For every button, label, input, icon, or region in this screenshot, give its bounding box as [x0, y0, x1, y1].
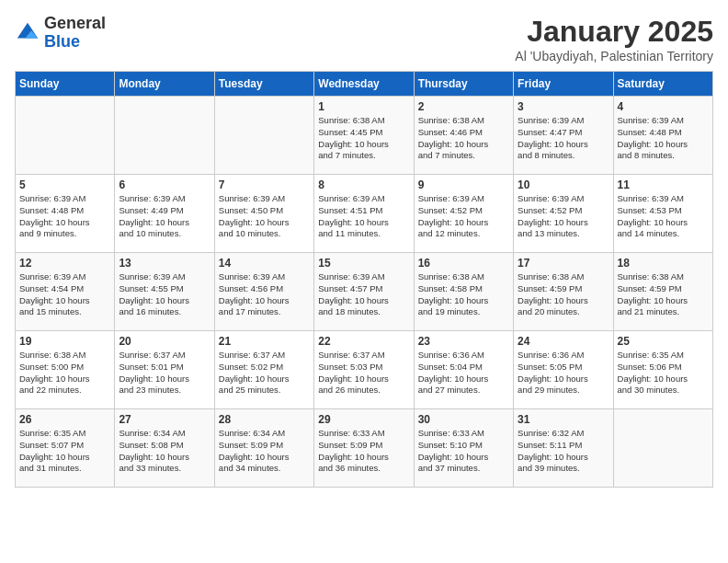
day-number: 28 [219, 413, 310, 426]
calendar-cell: 3Sunrise: 6:39 AM Sunset: 4:47 PM Daylig… [514, 97, 613, 175]
day-info: Sunrise: 6:39 AM Sunset: 4:51 PM Dayligh… [318, 193, 409, 240]
calendar-cell: 10Sunrise: 6:39 AM Sunset: 4:52 PM Dayli… [514, 175, 613, 253]
day-info: Sunrise: 6:39 AM Sunset: 4:56 PM Dayligh… [219, 271, 310, 318]
calendar-cell: 29Sunrise: 6:33 AM Sunset: 5:09 PM Dayli… [314, 409, 414, 488]
day-number: 11 [618, 178, 709, 191]
day-info: Sunrise: 6:32 AM Sunset: 5:11 PM Dayligh… [518, 428, 609, 475]
day-number: 5 [19, 178, 110, 191]
day-info: Sunrise: 6:34 AM Sunset: 5:08 PM Dayligh… [119, 428, 210, 475]
calendar-cell [16, 97, 115, 175]
day-info: Sunrise: 6:37 AM Sunset: 5:01 PM Dayligh… [119, 350, 210, 396]
day-number: 10 [518, 178, 609, 191]
day-info: Sunrise: 6:35 AM Sunset: 5:07 PM Dayligh… [19, 428, 110, 475]
calendar-title: January 2025 [515, 15, 713, 49]
day-number: 3 [518, 100, 609, 113]
day-info: Sunrise: 6:38 AM Sunset: 4:45 PM Dayligh… [318, 115, 409, 162]
day-info: Sunrise: 6:36 AM Sunset: 5:04 PM Dayligh… [418, 350, 509, 396]
calendar-cell: 4Sunrise: 6:39 AM Sunset: 4:48 PM Daylig… [613, 97, 712, 175]
day-number: 19 [19, 335, 110, 348]
logo: General Blue [15, 15, 106, 52]
day-number: 15 [318, 257, 409, 270]
day-number: 31 [518, 413, 609, 426]
day-number: 29 [318, 413, 409, 426]
day-info: Sunrise: 6:38 AM Sunset: 4:59 PM Dayligh… [518, 271, 609, 318]
day-number: 9 [418, 178, 509, 191]
day-info: Sunrise: 6:39 AM Sunset: 4:47 PM Dayligh… [518, 115, 609, 162]
calendar-cell: 13Sunrise: 6:39 AM Sunset: 4:55 PM Dayli… [115, 253, 214, 331]
calendar-cell: 2Sunrise: 6:38 AM Sunset: 4:46 PM Daylig… [414, 97, 513, 175]
calendar-cell: 8Sunrise: 6:39 AM Sunset: 4:51 PM Daylig… [314, 175, 414, 253]
page-header: General Blue January 2025 Al 'Ubaydiyah,… [15, 15, 713, 63]
calendar-week-row: 1Sunrise: 6:38 AM Sunset: 4:45 PM Daylig… [16, 97, 713, 175]
day-number: 27 [119, 413, 210, 426]
calendar-cell [115, 97, 214, 175]
day-number: 23 [418, 335, 509, 348]
weekday-header: Saturday [613, 72, 712, 97]
day-info: Sunrise: 6:39 AM Sunset: 4:50 PM Dayligh… [219, 193, 310, 240]
weekday-header: Monday [115, 72, 214, 97]
day-number: 16 [418, 257, 509, 270]
calendar-cell: 12Sunrise: 6:39 AM Sunset: 4:54 PM Dayli… [16, 253, 115, 331]
calendar-cell: 24Sunrise: 6:36 AM Sunset: 5:05 PM Dayli… [514, 331, 613, 409]
calendar-cell: 26Sunrise: 6:35 AM Sunset: 5:07 PM Dayli… [16, 409, 115, 488]
calendar-week-row: 12Sunrise: 6:39 AM Sunset: 4:54 PM Dayli… [16, 253, 713, 331]
calendar-cell: 6Sunrise: 6:39 AM Sunset: 4:49 PM Daylig… [115, 175, 214, 253]
day-info: Sunrise: 6:39 AM Sunset: 4:57 PM Dayligh… [318, 271, 409, 318]
calendar-cell: 23Sunrise: 6:36 AM Sunset: 5:04 PM Dayli… [414, 331, 513, 409]
calendar-cell: 1Sunrise: 6:38 AM Sunset: 4:45 PM Daylig… [314, 97, 414, 175]
day-info: Sunrise: 6:39 AM Sunset: 4:54 PM Dayligh… [19, 271, 110, 318]
calendar-cell: 19Sunrise: 6:38 AM Sunset: 5:00 PM Dayli… [16, 331, 115, 409]
calendar-cell: 11Sunrise: 6:39 AM Sunset: 4:53 PM Dayli… [613, 175, 712, 253]
day-number: 24 [518, 335, 609, 348]
calendar-cell: 21Sunrise: 6:37 AM Sunset: 5:02 PM Dayli… [214, 331, 313, 409]
calendar-cell: 17Sunrise: 6:38 AM Sunset: 4:59 PM Dayli… [514, 253, 613, 331]
day-number: 14 [219, 257, 310, 270]
day-number: 26 [19, 413, 110, 426]
calendar-cell [214, 97, 313, 175]
day-info: Sunrise: 6:37 AM Sunset: 5:03 PM Dayligh… [318, 350, 409, 396]
day-info: Sunrise: 6:37 AM Sunset: 5:02 PM Dayligh… [219, 350, 310, 396]
logo-text: General Blue [44, 15, 106, 52]
weekday-header: Tuesday [214, 72, 313, 97]
day-number: 13 [119, 257, 210, 270]
weekday-header: Sunday [16, 72, 115, 97]
logo-general: General [44, 14, 106, 32]
calendar-cell: 30Sunrise: 6:33 AM Sunset: 5:10 PM Dayli… [414, 409, 513, 488]
day-number: 18 [618, 257, 709, 270]
calendar-cell: 25Sunrise: 6:35 AM Sunset: 5:06 PM Dayli… [613, 331, 712, 409]
day-info: Sunrise: 6:39 AM Sunset: 4:48 PM Dayligh… [19, 193, 110, 240]
calendar-cell: 5Sunrise: 6:39 AM Sunset: 4:48 PM Daylig… [16, 175, 115, 253]
calendar-week-row: 5Sunrise: 6:39 AM Sunset: 4:48 PM Daylig… [16, 175, 713, 253]
day-info: Sunrise: 6:39 AM Sunset: 4:53 PM Dayligh… [618, 193, 709, 240]
logo-blue: Blue [44, 32, 80, 51]
calendar-cell: 7Sunrise: 6:39 AM Sunset: 4:50 PM Daylig… [214, 175, 313, 253]
day-info: Sunrise: 6:39 AM Sunset: 4:48 PM Dayligh… [618, 115, 709, 162]
calendar-cell: 28Sunrise: 6:34 AM Sunset: 5:09 PM Dayli… [214, 409, 313, 488]
day-number: 8 [318, 178, 409, 191]
calendar-week-row: 19Sunrise: 6:38 AM Sunset: 5:00 PM Dayli… [16, 331, 713, 409]
day-number: 22 [318, 335, 409, 348]
calendar-table: SundayMondayTuesdayWednesdayThursdayFrid… [15, 71, 713, 488]
day-info: Sunrise: 6:38 AM Sunset: 5:00 PM Dayligh… [19, 350, 110, 396]
day-info: Sunrise: 6:33 AM Sunset: 5:10 PM Dayligh… [418, 428, 509, 475]
day-number: 20 [119, 335, 210, 348]
day-number: 4 [618, 100, 709, 113]
weekday-header: Wednesday [314, 72, 414, 97]
day-info: Sunrise: 6:38 AM Sunset: 4:58 PM Dayligh… [418, 271, 509, 318]
calendar-cell: 20Sunrise: 6:37 AM Sunset: 5:01 PM Dayli… [115, 331, 214, 409]
day-info: Sunrise: 6:39 AM Sunset: 4:55 PM Dayligh… [119, 271, 210, 318]
day-info: Sunrise: 6:39 AM Sunset: 4:52 PM Dayligh… [418, 193, 509, 240]
day-info: Sunrise: 6:39 AM Sunset: 4:52 PM Dayligh… [518, 193, 609, 240]
calendar-cell: 18Sunrise: 6:38 AM Sunset: 4:59 PM Dayli… [613, 253, 712, 331]
day-number: 21 [219, 335, 310, 348]
calendar-cell: 15Sunrise: 6:39 AM Sunset: 4:57 PM Dayli… [314, 253, 414, 331]
day-number: 17 [518, 257, 609, 270]
calendar-cell: 9Sunrise: 6:39 AM Sunset: 4:52 PM Daylig… [414, 175, 513, 253]
day-info: Sunrise: 6:36 AM Sunset: 5:05 PM Dayligh… [518, 350, 609, 396]
weekday-header: Thursday [414, 72, 513, 97]
calendar-cell: 16Sunrise: 6:38 AM Sunset: 4:58 PM Dayli… [414, 253, 513, 331]
calendar-cell [613, 409, 712, 488]
day-info: Sunrise: 6:38 AM Sunset: 4:59 PM Dayligh… [618, 271, 709, 318]
day-number: 30 [418, 413, 509, 426]
title-block: January 2025 Al 'Ubaydiyah, Palestinian … [515, 15, 713, 63]
